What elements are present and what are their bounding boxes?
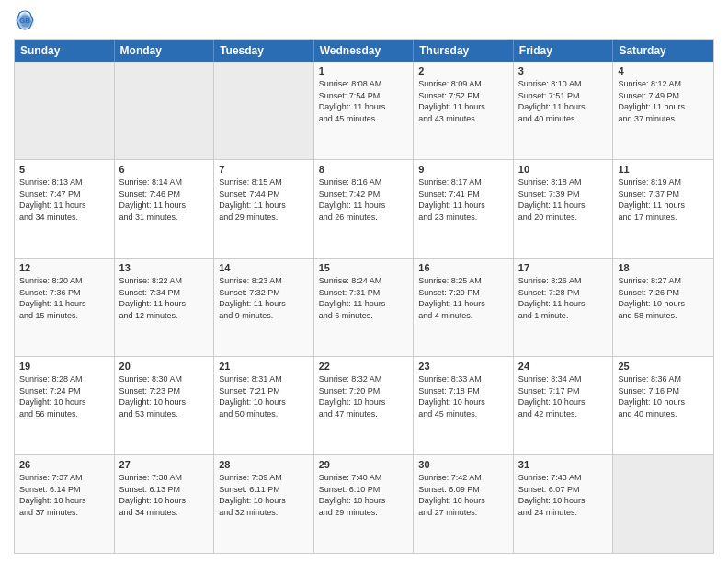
day-number: 24	[518, 361, 609, 372]
day-number: 4	[618, 65, 709, 76]
day-info: Sunrise: 7:39 AM Sunset: 6:11 PM Dayligh…	[219, 472, 309, 518]
day-number: 1	[319, 65, 409, 76]
calendar-day-9: 9Sunrise: 8:17 AM Sunset: 7:41 PM Daylig…	[414, 160, 514, 258]
day-number: 17	[518, 262, 609, 273]
logo: GB	[14, 9, 40, 31]
calendar-empty-cell	[613, 455, 713, 553]
weekday-header-saturday: Saturday	[613, 40, 713, 62]
day-number: 9	[418, 164, 508, 175]
day-number: 31	[518, 459, 609, 470]
day-number: 8	[319, 164, 409, 175]
header: GB	[14, 9, 714, 31]
calendar-day-20: 20Sunrise: 8:30 AM Sunset: 7:23 PM Dayli…	[115, 357, 215, 454]
day-info: Sunrise: 8:26 AM Sunset: 7:28 PM Dayligh…	[518, 275, 609, 321]
calendar-day-7: 7Sunrise: 8:15 AM Sunset: 7:44 PM Daylig…	[214, 160, 314, 258]
day-number: 26	[19, 459, 109, 470]
day-info: Sunrise: 8:22 AM Sunset: 7:34 PM Dayligh…	[119, 275, 210, 321]
calendar-day-8: 8Sunrise: 8:16 AM Sunset: 7:42 PM Daylig…	[314, 160, 415, 258]
day-info: Sunrise: 8:09 AM Sunset: 7:52 PM Dayligh…	[418, 78, 508, 124]
day-number: 7	[219, 164, 309, 175]
weekday-header-monday: Monday	[115, 40, 215, 62]
calendar-row-4: 19Sunrise: 8:28 AM Sunset: 7:24 PM Dayli…	[15, 356, 713, 454]
weekday-header-tuesday: Tuesday	[214, 40, 314, 62]
day-number: 6	[119, 164, 210, 175]
calendar-day-31: 31Sunrise: 7:43 AM Sunset: 6:07 PM Dayli…	[514, 455, 614, 553]
day-info: Sunrise: 8:10 AM Sunset: 7:51 PM Dayligh…	[518, 78, 609, 124]
calendar-day-26: 26Sunrise: 7:37 AM Sunset: 6:14 PM Dayli…	[15, 455, 115, 553]
day-info: Sunrise: 8:16 AM Sunset: 7:42 PM Dayligh…	[319, 177, 409, 223]
day-number: 5	[19, 164, 109, 175]
calendar-day-28: 28Sunrise: 7:39 AM Sunset: 6:11 PM Dayli…	[214, 455, 314, 553]
calendar-day-10: 10Sunrise: 8:18 AM Sunset: 7:39 PM Dayli…	[514, 160, 614, 258]
day-info: Sunrise: 8:23 AM Sunset: 7:32 PM Dayligh…	[219, 275, 309, 321]
calendar-day-2: 2Sunrise: 8:09 AM Sunset: 7:52 PM Daylig…	[414, 62, 514, 159]
day-info: Sunrise: 8:36 AM Sunset: 7:16 PM Dayligh…	[618, 373, 709, 419]
day-info: Sunrise: 8:13 AM Sunset: 7:47 PM Dayligh…	[19, 177, 109, 223]
calendar-day-17: 17Sunrise: 8:26 AM Sunset: 7:28 PM Dayli…	[514, 259, 614, 356]
day-number: 3	[518, 65, 609, 76]
day-number: 29	[319, 459, 409, 470]
calendar: SundayMondayTuesdayWednesdayThursdayFrid…	[14, 39, 714, 554]
calendar-day-14: 14Sunrise: 8:23 AM Sunset: 7:32 PM Dayli…	[214, 259, 314, 356]
calendar-empty-cell	[214, 62, 314, 159]
calendar-day-30: 30Sunrise: 7:42 AM Sunset: 6:09 PM Dayli…	[414, 455, 514, 553]
day-number: 27	[119, 459, 210, 470]
day-number: 21	[219, 361, 309, 372]
day-info: Sunrise: 7:40 AM Sunset: 6:10 PM Dayligh…	[319, 472, 409, 518]
day-info: Sunrise: 8:31 AM Sunset: 7:21 PM Dayligh…	[219, 373, 309, 419]
calendar-empty-cell	[15, 62, 115, 159]
calendar-row-2: 5Sunrise: 8:13 AM Sunset: 7:47 PM Daylig…	[15, 159, 713, 258]
day-number: 19	[19, 361, 109, 372]
day-number: 14	[219, 262, 309, 273]
day-info: Sunrise: 7:43 AM Sunset: 6:07 PM Dayligh…	[518, 472, 609, 518]
day-number: 23	[418, 361, 508, 372]
day-info: Sunrise: 8:33 AM Sunset: 7:18 PM Dayligh…	[418, 373, 508, 419]
calendar-day-18: 18Sunrise: 8:27 AM Sunset: 7:26 PM Dayli…	[613, 259, 713, 356]
calendar-day-3: 3Sunrise: 8:10 AM Sunset: 7:51 PM Daylig…	[514, 62, 614, 159]
calendar-day-22: 22Sunrise: 8:32 AM Sunset: 7:20 PM Dayli…	[314, 357, 415, 454]
calendar-day-11: 11Sunrise: 8:19 AM Sunset: 7:37 PM Dayli…	[613, 160, 713, 258]
day-info: Sunrise: 8:28 AM Sunset: 7:24 PM Dayligh…	[19, 373, 109, 419]
day-number: 11	[618, 164, 709, 175]
day-number: 2	[418, 65, 508, 76]
day-info: Sunrise: 8:24 AM Sunset: 7:31 PM Dayligh…	[319, 275, 409, 321]
day-number: 20	[119, 361, 210, 372]
calendar-day-19: 19Sunrise: 8:28 AM Sunset: 7:24 PM Dayli…	[15, 357, 115, 454]
calendar-day-15: 15Sunrise: 8:24 AM Sunset: 7:31 PM Dayli…	[314, 259, 415, 356]
calendar-row-3: 12Sunrise: 8:20 AM Sunset: 7:36 PM Dayli…	[15, 258, 713, 356]
calendar-day-1: 1Sunrise: 8:08 AM Sunset: 7:54 PM Daylig…	[314, 62, 415, 159]
calendar-header: SundayMondayTuesdayWednesdayThursdayFrid…	[15, 40, 713, 62]
calendar-day-4: 4Sunrise: 8:12 AM Sunset: 7:49 PM Daylig…	[613, 62, 713, 159]
day-info: Sunrise: 8:12 AM Sunset: 7:49 PM Dayligh…	[618, 78, 709, 124]
calendar-day-27: 27Sunrise: 7:38 AM Sunset: 6:13 PM Dayli…	[115, 455, 215, 553]
day-number: 22	[319, 361, 409, 372]
weekday-header-thursday: Thursday	[414, 40, 514, 62]
day-info: Sunrise: 8:14 AM Sunset: 7:46 PM Dayligh…	[119, 177, 210, 223]
day-number: 13	[119, 262, 210, 273]
weekday-header-friday: Friday	[514, 40, 614, 62]
weekday-header-sunday: Sunday	[15, 40, 115, 62]
calendar-empty-cell	[115, 62, 215, 159]
day-info: Sunrise: 8:17 AM Sunset: 7:41 PM Dayligh…	[418, 177, 508, 223]
page: GB SundayMondayTuesdayWednesdayThursdayF…	[0, 0, 728, 563]
calendar-day-21: 21Sunrise: 8:31 AM Sunset: 7:21 PM Dayli…	[214, 357, 314, 454]
calendar-day-29: 29Sunrise: 7:40 AM Sunset: 6:10 PM Dayli…	[314, 455, 415, 553]
calendar-row-1: 1Sunrise: 8:08 AM Sunset: 7:54 PM Daylig…	[15, 62, 713, 159]
day-info: Sunrise: 7:38 AM Sunset: 6:13 PM Dayligh…	[119, 472, 210, 518]
day-info: Sunrise: 8:15 AM Sunset: 7:44 PM Dayligh…	[219, 177, 309, 223]
calendar-row-5: 26Sunrise: 7:37 AM Sunset: 6:14 PM Dayli…	[15, 454, 713, 553]
calendar-body: 1Sunrise: 8:08 AM Sunset: 7:54 PM Daylig…	[15, 62, 713, 553]
day-info: Sunrise: 8:08 AM Sunset: 7:54 PM Dayligh…	[319, 78, 409, 124]
calendar-day-12: 12Sunrise: 8:20 AM Sunset: 7:36 PM Dayli…	[15, 259, 115, 356]
day-info: Sunrise: 7:37 AM Sunset: 6:14 PM Dayligh…	[19, 472, 109, 518]
day-info: Sunrise: 8:32 AM Sunset: 7:20 PM Dayligh…	[319, 373, 409, 419]
day-info: Sunrise: 7:42 AM Sunset: 6:09 PM Dayligh…	[418, 472, 508, 518]
day-number: 25	[618, 361, 709, 372]
day-number: 15	[319, 262, 409, 273]
day-info: Sunrise: 8:18 AM Sunset: 7:39 PM Dayligh…	[518, 177, 609, 223]
day-number: 12	[19, 262, 109, 273]
day-number: 30	[418, 459, 508, 470]
day-number: 28	[219, 459, 309, 470]
day-info: Sunrise: 8:20 AM Sunset: 7:36 PM Dayligh…	[19, 275, 109, 321]
calendar-day-23: 23Sunrise: 8:33 AM Sunset: 7:18 PM Dayli…	[414, 357, 514, 454]
